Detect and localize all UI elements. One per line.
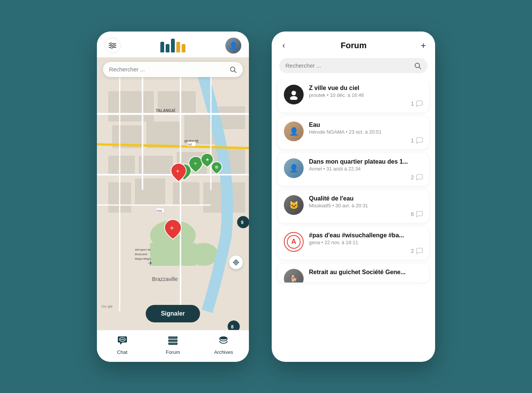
svg-point-56 (228, 320, 240, 330)
forum-search-bar[interactable] (279, 58, 428, 73)
svg-text:★: ★ (206, 157, 209, 162)
svg-rect-73 (169, 337, 177, 338)
svg-text:TALANGAÏ: TALANGAÏ (156, 108, 175, 113)
chat-icon (117, 336, 128, 348)
svg-point-23 (188, 243, 218, 266)
forum-item-title: Retrait au guichet Société Gene... (309, 269, 423, 276)
svg-rect-7 (108, 91, 154, 122)
forum-item-content: Retrait au guichet Société Gene... (309, 269, 423, 276)
forum-icon (168, 336, 178, 348)
forum-item-title: Dans mon quartier plateau des 1... (309, 158, 423, 165)
svg-rect-10 (146, 122, 180, 148)
signaler-button[interactable]: Signaler (146, 305, 200, 322)
user-avatar[interactable]: 👤 (225, 38, 241, 54)
avatar: 👤 (284, 158, 304, 178)
forum-item-footer: 2 (309, 248, 423, 254)
left-phone: 👤 (97, 32, 249, 362)
forum-item-footer: 1 (309, 100, 423, 107)
forum-item-meta: Misskia85 • 30 avr. à 20:31 (309, 203, 423, 208)
svg-text:N2: N2 (188, 143, 192, 146)
forum-item-footer: 1 (309, 137, 423, 144)
forum-item-content: Z ville vue du ciel proutek • 10 déc. à … (309, 85, 423, 107)
forum-item-content: Dans mon quartier plateau des 1... Armel… (309, 158, 423, 181)
forum-item[interactable]: Z ville vue du ciel proutek • 10 déc. à … (278, 79, 429, 112)
svg-text:Aéroport de: Aéroport de (135, 248, 151, 251)
add-post-button[interactable]: + (421, 40, 426, 51)
nav-item-archives[interactable]: Archives (208, 336, 239, 355)
forum-item-title: #pas d'eau #wisuchallenge #ba... (309, 232, 423, 239)
svg-rect-75 (169, 343, 177, 344)
svg-rect-19 (173, 182, 200, 205)
forum-item-meta: proutek • 10 déc. à 16:46 (309, 92, 423, 98)
forum-title: Forum (340, 41, 366, 51)
svg-text:8: 8 (231, 324, 234, 330)
svg-point-68 (122, 339, 123, 340)
svg-text:+: + (194, 160, 197, 166)
svg-text:+: + (176, 168, 179, 174)
comment-icon (416, 248, 423, 254)
forum-item-meta: Armel • 31 août à 22:34 (309, 166, 423, 172)
left-phone-header: 👤 (97, 32, 249, 57)
svg-rect-13 (108, 156, 135, 175)
forum-item-title: Z ville vue du ciel (309, 85, 423, 92)
map-view[interactable]: TALANGAÏ OUENZÉ Brazzaville Aéroport de … (97, 57, 249, 330)
forum-item-meta: Hérode NGAMA • 23 oct. à 20:51 (309, 129, 423, 135)
avatar: 👤 (284, 122, 304, 141)
archives-label: Archives (214, 349, 233, 355)
search-icon (229, 66, 237, 73)
back-button[interactable]: ‹ (281, 39, 287, 52)
app-logo (160, 39, 185, 52)
svg-rect-18 (135, 178, 165, 205)
comment-icon (416, 137, 423, 144)
forum-item-footer: 2 (309, 174, 423, 181)
forum-list: Z ville vue du ciel proutek • 10 déc. à … (272, 79, 435, 362)
svg-text:✈: ✈ (148, 260, 153, 266)
forum-item-partial[interactable]: 🐕 Retrait au guichet Société Gene... (278, 264, 429, 283)
comment-icon (416, 100, 423, 107)
svg-line-78 (419, 67, 421, 69)
nav-item-chat[interactable]: Chat (107, 336, 138, 355)
map-search-input[interactable] (109, 66, 229, 73)
svg-point-5 (111, 46, 113, 48)
forum-item-title: Qualité de l'eau (309, 195, 423, 202)
avatar (284, 85, 304, 104)
svg-point-4 (113, 44, 115, 46)
forum-item-footer: 6 (309, 211, 423, 218)
comment-icon (416, 211, 423, 218)
filter-button[interactable] (104, 38, 120, 54)
forum-header: ‹ Forum + (272, 32, 435, 57)
bottom-navigation: Chat Forum (97, 330, 249, 362)
svg-point-69 (123, 339, 124, 340)
forum-label: Forum (166, 349, 180, 355)
search-icon (414, 62, 421, 69)
forum-item-content: #pas d'eau #wisuchallenge #ba... gena • … (309, 232, 423, 254)
forum-item[interactable]: 🐱 Qualité de l'eau Misskia85 • 30 avr. à… (278, 190, 429, 223)
forum-item-title: Eau (309, 122, 423, 128)
svg-rect-74 (169, 340, 177, 341)
forum-item[interactable]: 👤 Dans mon quartier plateau des 1... Arm… (278, 153, 429, 186)
archives-icon (218, 336, 229, 348)
svg-line-59 (234, 71, 236, 73)
avatar: 🐕 (284, 269, 304, 283)
svg-point-3 (110, 43, 112, 44)
svg-point-76 (220, 336, 227, 339)
forum-item[interactable]: 👤 Eau Hérode NGAMA • 23 oct. à 20:51 1 (278, 116, 429, 149)
chat-label: Chat (117, 349, 127, 355)
avatar: 🐱 (284, 195, 304, 215)
svg-point-80 (290, 96, 298, 100)
forum-item-content: Eau Hérode NGAMA • 23 oct. à 20:51 1 (309, 122, 423, 144)
svg-point-60 (235, 261, 237, 263)
svg-text:P20: P20 (157, 209, 162, 213)
forum-item[interactable]: A #pas d'eau #wisuchallenge #ba... gena … (278, 227, 429, 260)
svg-text:⊕: ⊕ (215, 164, 218, 170)
comment-icon (416, 174, 423, 181)
nav-item-forum[interactable]: Forum (158, 336, 188, 355)
svg-point-61 (234, 260, 238, 264)
svg-text:9: 9 (241, 220, 244, 225)
forum-search-input[interactable] (285, 62, 414, 69)
map-search-bar[interactable] (103, 62, 243, 77)
avatar: A (284, 232, 304, 252)
svg-point-79 (291, 91, 296, 95)
location-button[interactable] (229, 256, 243, 269)
svg-rect-14 (139, 156, 173, 175)
